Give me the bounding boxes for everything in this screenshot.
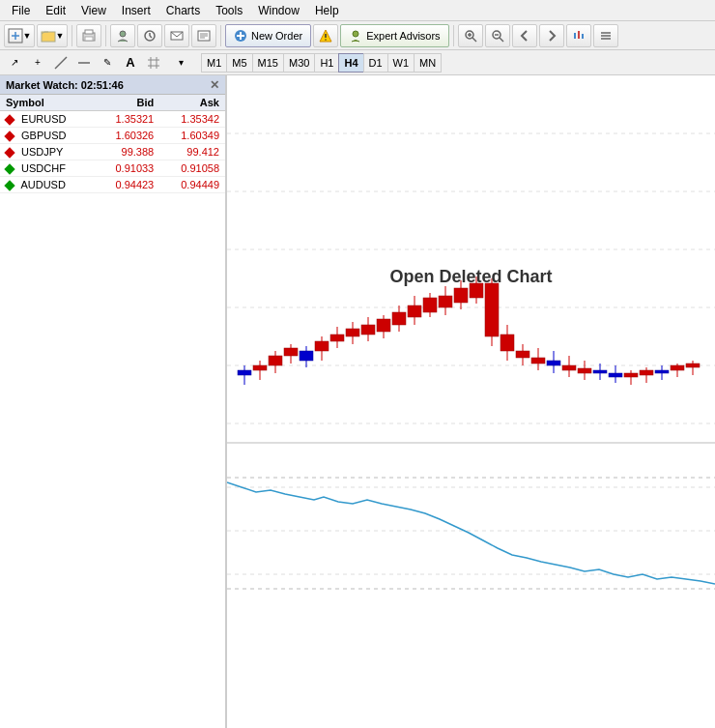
menubar: File Edit View Insert Charts Tools Windo… [0, 0, 715, 21]
pencil-tool-button[interactable]: ✎ [97, 52, 118, 73]
svg-rect-97 [609, 373, 622, 377]
svg-rect-95 [593, 370, 607, 373]
menu-view[interactable]: View [73, 2, 114, 19]
line-tool-button[interactable] [50, 52, 72, 73]
new-order-button[interactable]: New Order [225, 24, 311, 47]
ask-cell: 0.94449 [159, 177, 225, 193]
svg-rect-89 [547, 361, 560, 365]
toolbar2: ↗ + ✎ A ▾ M1 M5 M15 M30 H1 H4 D1 W1 MN [0, 50, 715, 75]
svg-rect-31 [582, 34, 584, 39]
cursor-dropdown-button[interactable]: ▾ [166, 52, 195, 73]
svg-rect-63 [346, 329, 359, 336]
svg-rect-99 [624, 373, 638, 377]
symbol-cell: GBPUSD [0, 128, 95, 144]
market-watch-header: Market Watch: 02:51:46 ✕ [0, 75, 225, 95]
tf-w1[interactable]: W1 [387, 53, 415, 73]
indicator-svg [227, 444, 715, 618]
svg-rect-5 [85, 30, 93, 34]
tf-h1[interactable]: H1 [314, 53, 338, 73]
menu-charts[interactable]: Charts [158, 2, 208, 19]
period-sep-button[interactable] [566, 24, 591, 47]
text-tool-button[interactable]: A [120, 52, 141, 73]
svg-rect-41 [227, 75, 715, 443]
zoom-out-button[interactable] [485, 24, 510, 47]
menu-help[interactable]: Help [307, 2, 347, 19]
symbol-cell: USDJPY [0, 144, 95, 160]
market-watch-close[interactable]: ✕ [210, 78, 219, 92]
tf-m1[interactable]: M1 [201, 53, 226, 73]
toolbar-separator-1 [72, 25, 72, 46]
svg-line-10 [150, 36, 152, 38]
hline-tool-button[interactable] [73, 52, 95, 73]
indicator-chart [227, 443, 715, 728]
chart-area: Open Deleted Chart [227, 75, 715, 728]
tf-d1[interactable]: D1 [363, 53, 387, 73]
history-button[interactable] [137, 24, 162, 47]
news-button[interactable] [191, 24, 216, 47]
svg-line-23 [472, 38, 476, 42]
svg-rect-6 [85, 37, 93, 41]
market-watch-row[interactable]: EURUSD 1.35321 1.35342 [0, 111, 225, 128]
svg-rect-73 [423, 298, 437, 312]
bid-cell: 0.94423 [95, 177, 160, 193]
svg-rect-61 [330, 335, 344, 341]
svg-rect-107 [686, 364, 700, 367]
menu-window[interactable]: Window [250, 2, 307, 19]
expert-advisors-button[interactable]: Expert Advisors [340, 24, 448, 47]
bid-cell: 0.91033 [95, 160, 160, 177]
tf-mn[interactable]: MN [414, 53, 442, 73]
toolbar-separator-2 [105, 25, 106, 46]
symbol-cell: USDCHF [0, 160, 95, 177]
tf-m15[interactable]: M15 [252, 53, 283, 73]
toolbar-separator-3 [220, 25, 221, 46]
menu-tools[interactable]: Tools [208, 2, 250, 19]
svg-rect-57 [300, 351, 313, 361]
mail-button[interactable] [164, 24, 189, 47]
tf-h4[interactable]: H4 [338, 53, 362, 73]
svg-point-21 [353, 31, 358, 37]
tf-m30[interactable]: M30 [283, 53, 314, 73]
svg-rect-87 [531, 358, 545, 364]
scroll-left-button[interactable] [512, 24, 537, 47]
warning-button[interactable] [313, 24, 338, 47]
scroll-right-button[interactable] [539, 24, 564, 47]
candle-chart[interactable]: Open Deleted Chart [227, 75, 715, 443]
col-symbol: Symbol [0, 95, 95, 111]
print-button[interactable] [76, 24, 101, 47]
market-watch-row[interactable]: GBPUSD 1.60326 1.60349 [0, 128, 225, 144]
svg-line-27 [500, 38, 503, 42]
symbol-cell: EURUSD [0, 111, 95, 128]
market-watch-row[interactable]: AUDUSD 0.94423 0.94449 [0, 177, 225, 193]
zoom-in-button[interactable] [458, 24, 483, 47]
svg-point-20 [325, 39, 327, 41]
svg-rect-3 [42, 32, 55, 42]
svg-rect-59 [315, 341, 329, 351]
bid-cell: 1.35321 [95, 111, 160, 128]
svg-rect-55 [284, 348, 298, 356]
grid-tool-button[interactable] [143, 52, 164, 73]
market-watch-row[interactable]: USDJPY 99.388 99.412 [0, 144, 225, 160]
arrow-tool-button[interactable]: ↗ [4, 52, 25, 73]
menu-edit[interactable]: Edit [38, 2, 73, 19]
market-watch-row[interactable]: USDCHF 0.91033 0.91058 [0, 160, 225, 177]
svg-rect-71 [408, 306, 421, 317]
ask-cell: 99.412 [159, 144, 225, 160]
profiles-button[interactable] [110, 24, 135, 47]
svg-rect-30 [578, 31, 580, 39]
candlestick-svg [227, 75, 715, 443]
properties2-button[interactable] [593, 24, 618, 47]
svg-rect-91 [562, 365, 576, 370]
toolbar1: ▼ ▼ [0, 21, 715, 50]
svg-rect-51 [253, 365, 267, 370]
new-chart-button[interactable]: ▼ [4, 24, 35, 47]
svg-line-35 [55, 57, 67, 69]
open-button[interactable]: ▼ [37, 24, 68, 47]
timeframe-group: M1 M5 M15 M30 H1 H4 D1 W1 MN [201, 53, 442, 73]
tf-m5[interactable]: M5 [226, 53, 251, 73]
svg-rect-77 [454, 288, 468, 303]
crosshair-tool-button[interactable]: + [27, 52, 48, 73]
menu-insert[interactable]: Insert [114, 2, 158, 19]
svg-rect-53 [269, 356, 282, 365]
symbol-cell: AUDUSD [0, 177, 95, 193]
menu-file[interactable]: File [4, 2, 38, 19]
